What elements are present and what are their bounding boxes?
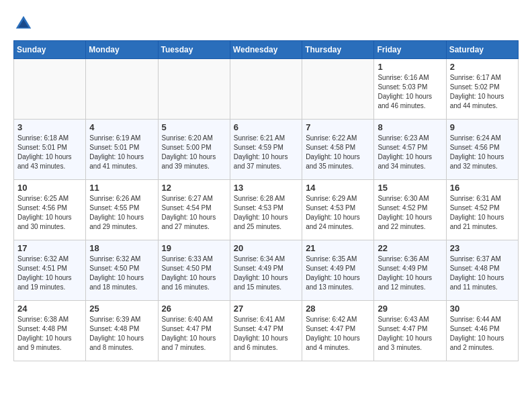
calendar-cell: 19Sunrise: 6:33 AM Sunset: 4:50 PM Dayli… — [158, 240, 230, 301]
day-info: Sunrise: 6:41 AM Sunset: 4:47 PM Dayligh… — [234, 315, 298, 353]
calendar-cell: 14Sunrise: 6:29 AM Sunset: 4:53 PM Dayli… — [302, 180, 374, 240]
day-info: Sunrise: 6:26 AM Sunset: 4:55 PM Dayligh… — [89, 194, 154, 232]
calendar-cell: 8Sunrise: 6:23 AM Sunset: 4:57 PM Daylig… — [374, 120, 446, 180]
day-info: Sunrise: 6:27 AM Sunset: 4:54 PM Dayligh… — [162, 194, 226, 232]
calendar-week-4: 17Sunrise: 6:32 AM Sunset: 4:51 PM Dayli… — [14, 240, 519, 301]
calendar-cell: 2Sunrise: 6:17 AM Sunset: 5:02 PM Daylig… — [446, 59, 518, 120]
day-number: 30 — [450, 304, 515, 314]
day-number: 28 — [306, 304, 370, 314]
day-info: Sunrise: 6:40 AM Sunset: 4:47 PM Dayligh… — [162, 315, 226, 353]
day-info: Sunrise: 6:37 AM Sunset: 4:48 PM Dayligh… — [450, 255, 515, 292]
calendar-cell: 18Sunrise: 6:32 AM Sunset: 4:50 PM Dayli… — [86, 240, 158, 301]
day-info: Sunrise: 6:36 AM Sunset: 4:49 PM Dayligh… — [378, 255, 442, 292]
calendar-cell: 26Sunrise: 6:40 AM Sunset: 4:47 PM Dayli… — [158, 301, 230, 361]
day-info: Sunrise: 6:19 AM Sunset: 5:01 PM Dayligh… — [89, 134, 154, 171]
day-number: 26 — [162, 304, 226, 314]
weekday-header-friday: Friday — [374, 41, 446, 59]
calendar-cell: 9Sunrise: 6:24 AM Sunset: 4:56 PM Daylig… — [446, 120, 518, 180]
day-number: 3 — [17, 122, 82, 132]
day-info: Sunrise: 6:44 AM Sunset: 4:46 PM Dayligh… — [450, 315, 515, 353]
day-number: 24 — [17, 304, 82, 314]
day-info: Sunrise: 6:31 AM Sunset: 4:52 PM Dayligh… — [450, 194, 515, 232]
calendar-cell — [302, 59, 374, 120]
calendar-cell: 10Sunrise: 6:25 AM Sunset: 4:56 PM Dayli… — [14, 180, 86, 240]
logo — [13, 13, 36, 34]
day-info: Sunrise: 6:18 AM Sunset: 5:01 PM Dayligh… — [17, 134, 82, 171]
calendar-cell: 30Sunrise: 6:44 AM Sunset: 4:46 PM Dayli… — [446, 301, 518, 361]
day-number: 20 — [234, 243, 298, 253]
calendar-cell — [230, 59, 302, 120]
day-info: Sunrise: 6:33 AM Sunset: 4:50 PM Dayligh… — [162, 255, 226, 292]
weekday-header-tuesday: Tuesday — [158, 41, 230, 59]
page-header — [13, 13, 519, 34]
day-info: Sunrise: 6:25 AM Sunset: 4:56 PM Dayligh… — [17, 194, 82, 232]
calendar-header-row: SundayMondayTuesdayWednesdayThursdayFrid… — [14, 41, 519, 59]
weekday-header-sunday: Sunday — [14, 41, 86, 59]
day-number: 17 — [17, 243, 82, 253]
calendar-week-5: 24Sunrise: 6:38 AM Sunset: 4:48 PM Dayli… — [14, 301, 519, 361]
day-info: Sunrise: 6:39 AM Sunset: 4:48 PM Dayligh… — [89, 315, 154, 353]
weekday-header-saturday: Saturday — [446, 41, 518, 59]
calendar-cell: 17Sunrise: 6:32 AM Sunset: 4:51 PM Dayli… — [14, 240, 86, 301]
calendar-cell: 7Sunrise: 6:22 AM Sunset: 4:58 PM Daylig… — [302, 120, 374, 180]
calendar-cell — [86, 59, 158, 120]
day-info: Sunrise: 6:32 AM Sunset: 4:50 PM Dayligh… — [89, 255, 154, 292]
calendar-cell: 29Sunrise: 6:43 AM Sunset: 4:47 PM Dayli… — [374, 301, 446, 361]
day-info: Sunrise: 6:38 AM Sunset: 4:48 PM Dayligh… — [17, 315, 82, 353]
day-info: Sunrise: 6:24 AM Sunset: 4:56 PM Dayligh… — [450, 134, 515, 171]
day-info: Sunrise: 6:29 AM Sunset: 4:53 PM Dayligh… — [306, 194, 370, 232]
calendar-cell: 12Sunrise: 6:27 AM Sunset: 4:54 PM Dayli… — [158, 180, 230, 240]
day-info: Sunrise: 6:42 AM Sunset: 4:47 PM Dayligh… — [306, 315, 370, 353]
day-number: 7 — [306, 122, 370, 132]
calendar-cell — [14, 59, 86, 120]
calendar-week-3: 10Sunrise: 6:25 AM Sunset: 4:56 PM Dayli… — [14, 180, 519, 240]
day-number: 21 — [306, 243, 370, 253]
calendar-cell: 24Sunrise: 6:38 AM Sunset: 4:48 PM Dayli… — [14, 301, 86, 361]
calendar-cell: 21Sunrise: 6:35 AM Sunset: 4:49 PM Dayli… — [302, 240, 374, 301]
day-info: Sunrise: 6:32 AM Sunset: 4:51 PM Dayligh… — [17, 255, 82, 292]
day-number: 29 — [378, 304, 442, 314]
day-number: 2 — [450, 62, 515, 72]
day-number: 16 — [450, 183, 515, 193]
calendar-cell: 1Sunrise: 6:16 AM Sunset: 5:03 PM Daylig… — [374, 59, 446, 120]
calendar-cell: 22Sunrise: 6:36 AM Sunset: 4:49 PM Dayli… — [374, 240, 446, 301]
calendar-week-1: 1Sunrise: 6:16 AM Sunset: 5:03 PM Daylig… — [14, 59, 519, 120]
calendar-cell: 3Sunrise: 6:18 AM Sunset: 5:01 PM Daylig… — [14, 120, 86, 180]
calendar-table: SundayMondayTuesdayWednesdayThursdayFrid… — [13, 40, 519, 361]
calendar-cell: 13Sunrise: 6:28 AM Sunset: 4:53 PM Dayli… — [230, 180, 302, 240]
day-number: 13 — [234, 183, 298, 193]
calendar-cell: 5Sunrise: 6:20 AM Sunset: 5:00 PM Daylig… — [158, 120, 230, 180]
day-number: 14 — [306, 183, 370, 193]
calendar-cell — [158, 59, 230, 120]
day-info: Sunrise: 6:34 AM Sunset: 4:49 PM Dayligh… — [234, 255, 298, 292]
calendar-cell: 16Sunrise: 6:31 AM Sunset: 4:52 PM Dayli… — [446, 180, 518, 240]
day-number: 1 — [378, 62, 442, 72]
day-number: 4 — [89, 122, 154, 132]
day-number: 6 — [234, 122, 298, 132]
weekday-header-wednesday: Wednesday — [230, 41, 302, 59]
calendar-cell: 20Sunrise: 6:34 AM Sunset: 4:49 PM Dayli… — [230, 240, 302, 301]
day-number: 10 — [17, 183, 82, 193]
day-number: 23 — [450, 243, 515, 253]
day-info: Sunrise: 6:30 AM Sunset: 4:52 PM Dayligh… — [378, 194, 442, 232]
day-info: Sunrise: 6:23 AM Sunset: 4:57 PM Dayligh… — [378, 134, 442, 171]
day-info: Sunrise: 6:21 AM Sunset: 4:59 PM Dayligh… — [234, 134, 298, 171]
day-info: Sunrise: 6:35 AM Sunset: 4:49 PM Dayligh… — [306, 255, 370, 292]
day-info: Sunrise: 6:16 AM Sunset: 5:03 PM Dayligh… — [378, 73, 442, 111]
day-number: 9 — [450, 122, 515, 132]
day-number: 11 — [89, 183, 154, 193]
day-number: 25 — [89, 304, 154, 314]
calendar-cell: 23Sunrise: 6:37 AM Sunset: 4:48 PM Dayli… — [446, 240, 518, 301]
calendar-cell: 6Sunrise: 6:21 AM Sunset: 4:59 PM Daylig… — [230, 120, 302, 180]
day-number: 15 — [378, 183, 442, 193]
day-number: 12 — [162, 183, 226, 193]
day-number: 5 — [162, 122, 226, 132]
day-number: 18 — [89, 243, 154, 253]
day-number: 8 — [378, 122, 442, 132]
day-number: 27 — [234, 304, 298, 314]
calendar-cell: 4Sunrise: 6:19 AM Sunset: 5:01 PM Daylig… — [86, 120, 158, 180]
weekday-header-monday: Monday — [86, 41, 158, 59]
day-info: Sunrise: 6:43 AM Sunset: 4:47 PM Dayligh… — [378, 315, 442, 353]
calendar-cell: 15Sunrise: 6:30 AM Sunset: 4:52 PM Dayli… — [374, 180, 446, 240]
day-number: 22 — [378, 243, 442, 253]
